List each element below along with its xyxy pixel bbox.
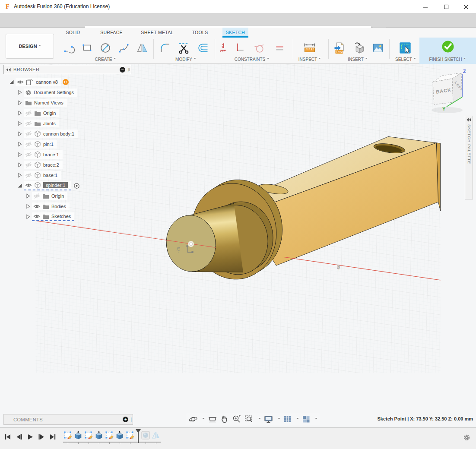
chevron-down-icon[interactable] bbox=[315, 418, 317, 421]
collapse-arrow-icon[interactable] bbox=[17, 183, 22, 188]
visibility-eye-off-icon[interactable] bbox=[25, 152, 32, 158]
expand-arrow-icon[interactable] bbox=[17, 152, 22, 157]
fit-button[interactable] bbox=[244, 414, 254, 424]
tab-surface[interactable]: SURFACE bbox=[98, 28, 125, 38]
tab-sheet-metal[interactable]: SHEET METAL bbox=[138, 28, 176, 38]
constraint-tangent-button[interactable] bbox=[251, 40, 267, 56]
visibility-eye-off-icon[interactable] bbox=[25, 131, 32, 137]
constraint-horizontal-vertical-button[interactable] bbox=[218, 40, 231, 56]
comments-bar[interactable]: COMMENTS + | bbox=[3, 414, 133, 425]
visibility-eye-icon[interactable] bbox=[33, 213, 40, 219]
timeline-feature-mirror-disabled[interactable] bbox=[151, 430, 161, 440]
tab-solid[interactable]: SOLID bbox=[62, 28, 84, 38]
browser-item-cannon-v8[interactable]: cannon v8C bbox=[0, 77, 69, 87]
timeline-settings-gear-icon[interactable] bbox=[463, 434, 470, 441]
visibility-eye-icon[interactable] bbox=[33, 203, 40, 209]
browser-item-bodies[interactable]: Bodies bbox=[0, 201, 70, 212]
timeline-feature-extrude[interactable] bbox=[94, 430, 104, 440]
expand-arrow-icon[interactable] bbox=[25, 204, 31, 209]
browser-item-base-1[interactable]: base:1 bbox=[0, 170, 61, 180]
chevron-down-icon[interactable] bbox=[296, 418, 299, 421]
insert-group-label[interactable]: INSERT bbox=[348, 57, 368, 62]
modify-fillet-button[interactable] bbox=[157, 40, 173, 56]
inspect-measure-button[interactable] bbox=[302, 40, 317, 56]
expand-arrow-icon[interactable] bbox=[17, 100, 22, 105]
expand-arrow-icon[interactable] bbox=[17, 111, 22, 116]
expand-arrow-icon[interactable] bbox=[17, 90, 22, 95]
browser-item-joints[interactable]: Joints bbox=[0, 118, 59, 129]
create-mirror-button[interactable] bbox=[134, 40, 150, 56]
display-settings-button[interactable] bbox=[264, 415, 273, 424]
expand-arrow-icon[interactable] bbox=[17, 173, 22, 178]
browser-item-sketches[interactable]: Sketches bbox=[0, 212, 74, 222]
workspace-selector[interactable]: DESIGN bbox=[6, 34, 54, 59]
timeline-feature-sketch[interactable] bbox=[105, 430, 114, 440]
chevron-down-icon[interactable] bbox=[278, 418, 280, 421]
visibility-eye-off-icon[interactable] bbox=[25, 120, 32, 126]
finish-sketch-label[interactable]: FINISH SKETCH bbox=[429, 57, 466, 62]
select-button[interactable] bbox=[397, 40, 413, 56]
tab-tools[interactable]: TOOLS bbox=[189, 28, 211, 38]
visibility-eye-off-icon[interactable] bbox=[25, 172, 32, 178]
add-comment-icon[interactable]: + bbox=[123, 417, 128, 422]
constraints-group-label[interactable]: CONSTRAINTS bbox=[235, 57, 270, 62]
visibility-eye-off-icon[interactable] bbox=[25, 110, 32, 116]
close-button[interactable] bbox=[460, 3, 473, 11]
insert-canvas-button[interactable] bbox=[370, 40, 386, 56]
viewports-button[interactable] bbox=[302, 415, 311, 424]
grid-snap-button[interactable] bbox=[283, 415, 292, 424]
timeline-feature-sketch[interactable] bbox=[84, 430, 93, 440]
insert-mesh-button[interactable] bbox=[352, 40, 368, 56]
modify-offset-button[interactable] bbox=[195, 40, 211, 56]
browser-item-named-views[interactable]: Named Views bbox=[0, 98, 67, 108]
modify-trim-button[interactable] bbox=[176, 40, 192, 56]
inspect-group-label[interactable]: INSPECT bbox=[298, 57, 321, 62]
visibility-eye-off-icon[interactable] bbox=[33, 193, 40, 199]
expand-panel-icon[interactable] bbox=[466, 118, 471, 122]
browser-item-brace-2[interactable]: brace:2 bbox=[0, 160, 63, 170]
create-line-button[interactable] bbox=[61, 40, 77, 56]
expand-arrow-icon[interactable] bbox=[25, 214, 31, 219]
constraint-equal-button[interactable] bbox=[272, 40, 288, 56]
chevron-down-icon[interactable] bbox=[202, 418, 205, 421]
visibility-eye-off-icon[interactable] bbox=[25, 162, 32, 168]
browser-item-origin[interactable]: Origin bbox=[0, 108, 59, 118]
chevron-down-icon[interactable] bbox=[258, 418, 261, 421]
timeline-feature-extrude[interactable] bbox=[73, 430, 83, 440]
timeline-feature-sketch[interactable] bbox=[125, 430, 135, 440]
expand-arrow-icon[interactable] bbox=[17, 142, 22, 147]
activate-component-radio-icon[interactable] bbox=[73, 183, 80, 189]
orbit-button[interactable] bbox=[188, 414, 198, 424]
timeline-feature-sketch[interactable] bbox=[63, 430, 73, 440]
browser-item-brace-1[interactable]: brace:1 bbox=[0, 149, 63, 160]
zoom-button[interactable] bbox=[232, 414, 241, 424]
select-group-label[interactable]: SELECT bbox=[395, 57, 416, 62]
look-at-button[interactable] bbox=[208, 415, 217, 424]
viewcube[interactable]: BACK LEFT Z Y bbox=[428, 67, 475, 117]
browser-item-cannon-body-1[interactable]: cannon body:1 bbox=[0, 129, 78, 139]
visibility-eye-icon[interactable] bbox=[17, 79, 24, 85]
collapse-arrow-icon[interactable] bbox=[9, 79, 14, 85]
browser-item-pin-1[interactable]: pin:1 bbox=[0, 139, 57, 149]
create-spline-button[interactable] bbox=[116, 40, 132, 56]
create-group-label[interactable]: CREATE bbox=[95, 57, 116, 62]
visibility-eye-icon[interactable] bbox=[25, 182, 32, 188]
browser-item-origin[interactable]: Origin bbox=[0, 191, 67, 201]
expand-arrow-icon[interactable] bbox=[17, 131, 22, 136]
expand-arrow-icon[interactable] bbox=[17, 121, 22, 126]
create-rectangle-button[interactable] bbox=[79, 40, 95, 56]
timeline-feature-sphere-disabled[interactable] bbox=[141, 430, 150, 440]
browser-item-document-settings[interactable]: Document Settings bbox=[0, 87, 77, 98]
browser-item-spinder-1[interactable]: spinder:1 bbox=[0, 180, 80, 191]
maximize-button[interactable] bbox=[440, 3, 453, 11]
sketch-point[interactable] bbox=[189, 243, 192, 246]
minimize-button[interactable] bbox=[419, 3, 432, 11]
sketch-palette-collapsed[interactable]: SKETCH PALETTE bbox=[465, 116, 473, 199]
expand-arrow-icon[interactable] bbox=[25, 193, 31, 199]
timeline-feature-extrude[interactable] bbox=[115, 430, 124, 440]
expand-arrow-icon[interactable] bbox=[17, 162, 22, 168]
comments-drag-handle[interactable]: | bbox=[130, 417, 131, 422]
insert-svg-button[interactable]: SVG bbox=[332, 40, 348, 56]
create-circle-button[interactable] bbox=[98, 40, 113, 56]
modify-group-label[interactable]: MODIFY bbox=[175, 57, 196, 62]
